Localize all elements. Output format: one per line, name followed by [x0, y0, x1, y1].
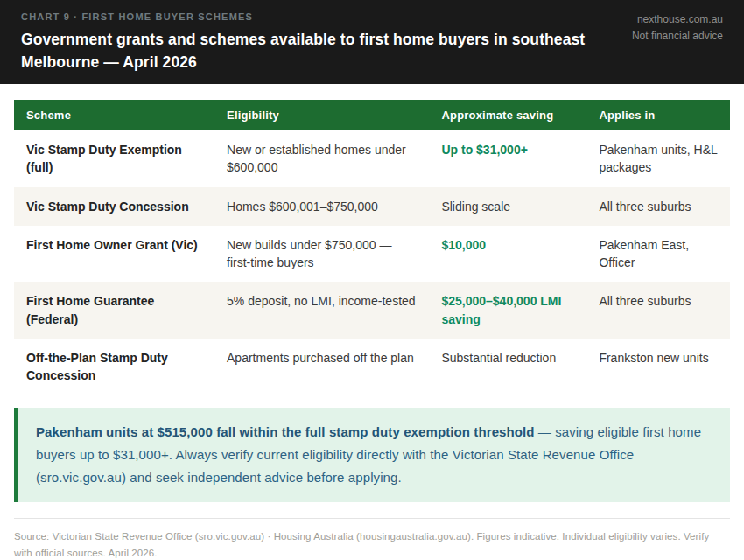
- scheme-cell: First Home Owner Grant (Vic): [14, 226, 214, 283]
- site-name: nexthouse.com.au: [632, 11, 723, 28]
- table-row: Vic Stamp Duty Exemption (full)New or es…: [14, 130, 730, 187]
- saving-cell: $25,000–$40,000 LMI saving: [429, 282, 586, 339]
- saving-cell: $10,000: [429, 226, 586, 283]
- applies-in-cell: All three suburbs: [586, 187, 730, 226]
- page-title: Government grants and schemes available …: [21, 28, 599, 74]
- column-header-4: Applies in: [586, 100, 730, 130]
- saving-cell: Up to $31,000+: [429, 130, 586, 187]
- eligibility-cell: Apartments purchased off the plan: [214, 339, 429, 396]
- applies-in-cell: All three suburbs: [586, 282, 730, 339]
- chart-eyebrow: CHART 9 · FIRST HOME BUYER SCHEMES: [21, 11, 723, 22]
- scheme-cell: Off-the-Plan Stamp Duty Concession: [14, 339, 214, 396]
- header-right: nexthouse.com.au Not financial advice: [632, 11, 723, 44]
- table-header-row: SchemeEligibilityApproximate savingAppli…: [14, 100, 730, 130]
- scheme-cell: Vic Stamp Duty Concession: [14, 187, 214, 226]
- table-body: Vic Stamp Duty Exemption (full)New or es…: [14, 130, 730, 396]
- column-header-2: Eligibility: [214, 100, 429, 130]
- eligibility-cell: 5% deposit, no LMI, income-tested: [214, 282, 429, 339]
- scheme-cell: Vic Stamp Duty Exemption (full): [14, 130, 214, 187]
- eligibility-cell: New or established homes under $600,000: [214, 130, 429, 187]
- table-row: First Home Guarantee (Federal)5% deposit…: [14, 282, 730, 339]
- table-row: Vic Stamp Duty ConcessionHomes $600,001–…: [14, 187, 730, 226]
- eligibility-cell: Homes $600,001–$750,000: [214, 187, 429, 226]
- table-row: First Home Owner Grant (Vic)New builds u…: [14, 226, 730, 283]
- column-header-1: Scheme: [14, 100, 214, 130]
- main-content: SchemeEligibilityApproximate savingAppli…: [0, 84, 744, 396]
- eligibility-cell: New builds under $750,000 — first-time b…: [214, 226, 429, 283]
- saving-cell: Substantial reduction: [429, 339, 586, 396]
- page-header: CHART 9 · FIRST HOME BUYER SCHEMES Gover…: [0, 0, 744, 84]
- column-header-3: Approximate saving: [429, 100, 586, 130]
- scheme-cell: First Home Guarantee (Federal): [14, 282, 214, 339]
- disclaimer-text: Not financial advice: [632, 28, 723, 45]
- key-insight-callout: Pakenham units at $515,000 fall within t…: [14, 408, 730, 503]
- applies-in-cell: Frankston new units: [586, 339, 730, 396]
- table-row: Off-the-Plan Stamp Duty ConcessionApartm…: [14, 339, 730, 396]
- source-footer: Source: Victorian State Revenue Office (…: [0, 519, 744, 560]
- applies-in-cell: Pakenham units, H&L packages: [586, 130, 730, 187]
- saving-cell: Sliding scale: [429, 187, 586, 226]
- callout-highlight: Pakenham units at $515,000 fall within t…: [36, 424, 535, 439]
- schemes-table: SchemeEligibilityApproximate savingAppli…: [14, 100, 730, 396]
- applies-in-cell: Pakenham East, Officer: [586, 226, 730, 283]
